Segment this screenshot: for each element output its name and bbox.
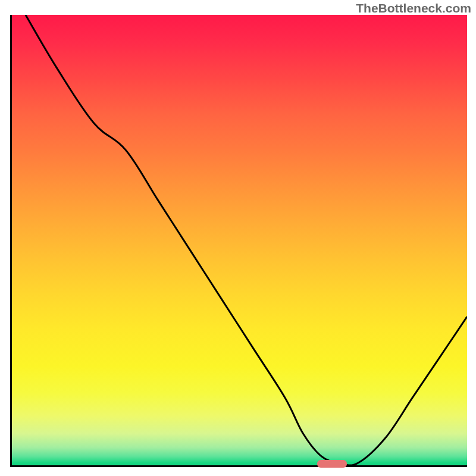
chart-container: TheBottleneck.com xyxy=(0,0,476,476)
optimal-marker xyxy=(317,460,347,468)
watermark-text: TheBottleneck.com xyxy=(356,1,471,15)
plot-area xyxy=(10,15,467,467)
chart-curve xyxy=(12,15,467,465)
